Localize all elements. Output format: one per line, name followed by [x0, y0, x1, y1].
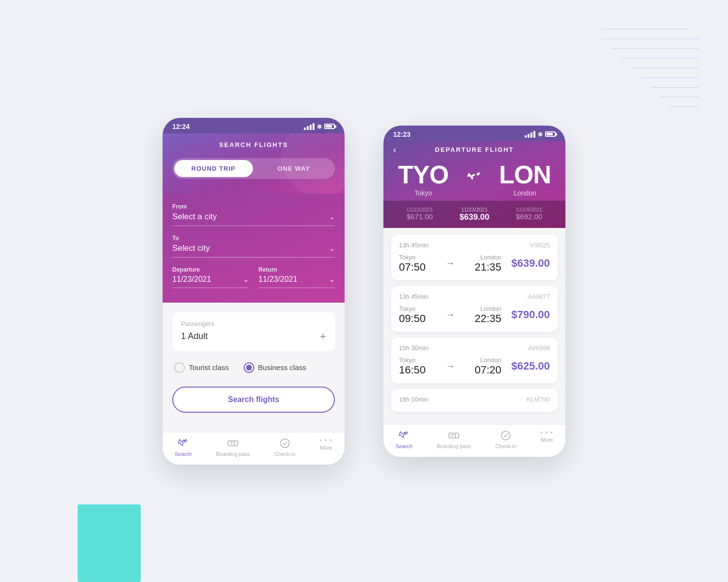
flight-duration-3: 18h 10min [399, 396, 429, 403]
from-time-1: 09:50 [399, 312, 438, 325]
business-class-option[interactable]: Business class [244, 362, 306, 373]
date-price-selector: 11/22/2021 $671.00 11/23/2021 $639.00 11… [383, 201, 565, 228]
flight-code-0: VI9025 [530, 242, 550, 249]
bottom-nav-right: Search Boarding pass Check-in • • • More [383, 424, 565, 457]
to-value: Select city [172, 243, 210, 253]
battery-icon-right [545, 131, 556, 137]
flight-from-1: Tokyo 09:50 [399, 305, 438, 325]
business-label: Business class [258, 363, 306, 372]
wifi-icon: ⊛ [317, 123, 322, 130]
time-left: 12:24 [172, 123, 190, 130]
price-current: $639.00 [460, 212, 489, 222]
status-icons-left: ⊛ [304, 123, 335, 130]
to-group: To Select city ⌄ [172, 235, 335, 258]
business-radio[interactable] [244, 362, 254, 373]
checkin-icon-right [500, 430, 512, 441]
return-label: Return [259, 266, 335, 273]
date-price-next[interactable]: 11/24/2021 $692.00 [516, 207, 543, 222]
round-trip-button[interactable]: ROUND TRIP [174, 160, 253, 177]
flight-card-0[interactable]: 13h 45min VI9025 Tokyo 07:50 → London 21… [391, 235, 558, 280]
from-select[interactable]: Select a city ⌄ [172, 212, 335, 226]
status-bar-right: 12:23 ⊛ [383, 126, 565, 141]
from-city-0: Tokyo [399, 254, 438, 261]
boarding-pass-icon [227, 437, 239, 449]
flight-card-top-0: 13h 45min VI9025 [399, 242, 550, 249]
add-passenger-button[interactable]: + [320, 330, 326, 343]
nav-boarding-label-left: Boarding pass [216, 451, 250, 457]
tourist-class-option[interactable]: Tourist class [174, 362, 229, 373]
nav-boarding-right[interactable]: Boarding pass [437, 430, 471, 449]
departure-label: Departure [172, 266, 249, 273]
flight-form: From Select a city ⌄ To Select city ⌄ De… [163, 194, 345, 303]
nav-more-right[interactable]: • • • More [541, 430, 553, 449]
nav-more-label-left: More [320, 445, 332, 451]
nav-search-right[interactable]: Search [396, 430, 413, 449]
nav-search-label-left: Search [175, 451, 192, 457]
from-label: From [172, 203, 335, 210]
time-right: 12:23 [393, 130, 411, 138]
search-header: SEARCH FLIGHTS ROUND TRIP ONE WAY [163, 133, 345, 194]
origin-airport: TYO Tokyo [398, 160, 448, 197]
to-time-0: 21:35 [463, 261, 501, 274]
departure-title: DEPARTURE FLIGHT [435, 146, 513, 153]
search-plane-icon [177, 437, 189, 449]
departure-group: Departure 11/23/2021 ⌄ [172, 266, 249, 288]
flight-card-top-2: 15h 30min AV6998 [399, 344, 550, 352]
flight-price-1: $790.00 [501, 308, 550, 321]
nav-search-left[interactable]: Search [175, 437, 192, 457]
from-group: From Select a city ⌄ [172, 203, 335, 226]
from-city-1: Tokyo [399, 305, 438, 312]
return-select[interactable]: 11/23/2021 ⌄ [259, 275, 335, 288]
flight-card-3[interactable]: 18h 10min KLM790 [391, 389, 558, 412]
from-city-2: Tokyo [399, 356, 438, 364]
flight-card-top-1: 13h 45min AA9877 [399, 293, 550, 300]
page-title-left: SEARCH FLIGHTS [172, 141, 335, 148]
boarding-pass-icon-right [448, 430, 460, 441]
return-chevron: ⌄ [329, 275, 335, 283]
arrow-1: → [438, 310, 463, 320]
price-next: $692.00 [516, 212, 543, 221]
nav-checkin-label-right: Check-in [495, 443, 516, 449]
dest-airport: LON London [499, 160, 551, 197]
date-prev: 11/22/2021 [406, 207, 433, 212]
nav-boarding-left[interactable]: Boarding pass [216, 437, 250, 457]
date-price-current[interactable]: 11/23/2021 $639.00 [460, 207, 489, 222]
to-label: To [172, 235, 335, 242]
origin-code: TYO [398, 160, 448, 189]
search-plane-icon-right [398, 430, 410, 441]
departure-value: 11/23/2021 [172, 275, 211, 284]
date-price-prev[interactable]: 11/22/2021 $671.00 [406, 207, 433, 222]
flight-card-2[interactable]: 15h 30min AV6998 Tokyo 16:50 → London 07… [391, 338, 558, 383]
back-button[interactable]: ‹ [393, 144, 397, 155]
flight-card-1[interactable]: 13h 45min AA9877 Tokyo 09:50 → London 22… [391, 286, 558, 332]
one-way-button[interactable]: ONE WAY [255, 160, 333, 177]
svg-point-13 [281, 439, 289, 448]
nav-checkin-right[interactable]: Check-in [495, 430, 516, 449]
search-flights-button[interactable]: Search flights [172, 387, 335, 413]
nav-checkin-label-left: Check-in [274, 451, 295, 457]
bottom-nav-left: Search Boarding pass Check-in • • • More [163, 432, 345, 465]
to-city-2: London [463, 356, 501, 364]
nav-checkin-left[interactable]: Check-in [274, 437, 295, 457]
status-bar-left: 12:24 ⊛ [163, 118, 345, 133]
to-select[interactable]: Select city ⌄ [172, 243, 335, 258]
flight-code-3: KLM790 [527, 396, 550, 403]
nav-boarding-label-right: Boarding pass [437, 443, 471, 449]
from-chevron: ⌄ [329, 213, 335, 221]
tourist-radio[interactable] [174, 362, 185, 373]
from-value: Select a city [172, 212, 217, 222]
departure-select[interactable]: 11/23/2021 ⌄ [172, 275, 249, 288]
departure-flight-phone: 12:23 ⊛ ‹ DEPARTURE FLIGHT TYO Tokyo [383, 126, 565, 457]
flight-to-0: London 21:35 [463, 254, 501, 274]
passengers-card: Passengers 1 Adult + [172, 312, 335, 351]
wifi-icon-right: ⊛ [538, 131, 543, 138]
bg-decoration-teal [78, 504, 141, 582]
to-city-1: London [463, 305, 501, 312]
to-chevron: ⌄ [329, 244, 335, 252]
arrow-0: → [438, 259, 463, 269]
nav-more-left[interactable]: • • • More [320, 437, 332, 457]
arrow-2: → [438, 361, 463, 372]
flight-price-0: $639.00 [501, 257, 550, 270]
signal-icon-right [525, 131, 535, 138]
flights-list: 13h 45min VI9025 Tokyo 07:50 → London 21… [383, 228, 565, 424]
